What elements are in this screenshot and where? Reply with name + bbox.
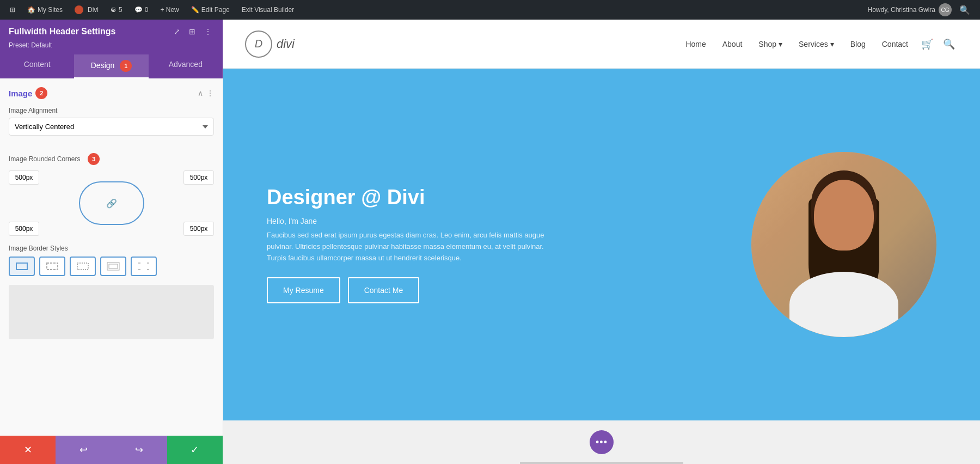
website-preview: D divi Home About Shop ▾ Services ▾ xyxy=(223,20,980,464)
cancel-button[interactable]: ✕ xyxy=(0,436,56,464)
border-styles-field: Image Border Styles xyxy=(9,245,214,276)
step-badge-3: 3 xyxy=(88,153,100,165)
rounded-corners-field: Image Rounded Corners 3 🔗 xyxy=(9,153,214,236)
panel-title: Fullwidth Header Settings xyxy=(9,27,115,36)
image-alignment-select[interactable]: Vertically Centered Top Bottom xyxy=(9,118,214,136)
floating-action-button[interactable]: ••• xyxy=(590,430,614,454)
save-button[interactable]: ✓ xyxy=(167,436,223,464)
tab-advanced-label: Advanced xyxy=(169,60,203,69)
karma-icon: ☯ xyxy=(111,6,117,14)
person-face xyxy=(814,180,874,251)
my-resume-button[interactable]: My Resume xyxy=(267,277,340,303)
corner-shape-preview: 🔗 xyxy=(79,181,144,225)
corner-br-input[interactable] xyxy=(183,222,214,236)
svg-rect-3 xyxy=(107,262,119,270)
cart-icon[interactable]: 🛒 xyxy=(918,35,936,53)
divi-label: Divi xyxy=(88,6,99,14)
sites-icon: 🏠 xyxy=(27,6,35,14)
layout-icon[interactable]: ⊞ xyxy=(187,26,198,37)
redo-icon: ↪ xyxy=(135,444,143,456)
border-style-solid[interactable] xyxy=(9,257,35,276)
search-icon[interactable]: 🔍 xyxy=(955,5,975,15)
section-more-icon[interactable]: ⋮ xyxy=(206,89,214,97)
person-shoulders xyxy=(789,272,898,337)
rounded-corners-label: Image Rounded Corners xyxy=(9,155,80,163)
wordpress-icon: ⊞ xyxy=(10,6,15,14)
image-section-header: Image 2 ∧ ⋮ xyxy=(9,87,214,99)
image-label: Image xyxy=(9,89,32,98)
border-styles-label: Image Border Styles xyxy=(9,245,214,252)
edit-page-label: Edit Page xyxy=(201,6,230,14)
edit-page-item[interactable]: ✏️ Edit Page xyxy=(187,0,234,20)
svg-rect-0 xyxy=(16,263,27,270)
hero-subtitle: Hello, I'm Jane xyxy=(267,217,550,225)
nav-services[interactable]: Services ▾ xyxy=(792,36,841,52)
step-badge-1: 1 xyxy=(120,60,132,72)
corner-tr-input[interactable] xyxy=(183,170,214,185)
rounded-corners-label-row: Image Rounded Corners 3 xyxy=(9,153,214,165)
nav-blog[interactable]: Blog xyxy=(844,36,872,52)
section-controls: ∧ ⋮ xyxy=(198,89,214,97)
border-style-dotted[interactable] xyxy=(70,257,96,276)
hero-portrait xyxy=(751,152,936,337)
dots-icon: ••• xyxy=(596,437,608,448)
hero-section: Designer @ Divi Hello, I'm Jane Faucibus… xyxy=(223,69,980,420)
hero-buttons: My Resume Contact Me xyxy=(267,277,550,303)
bubble-item[interactable]: 💬 0 xyxy=(130,0,153,20)
resize-icon[interactable]: ⤢ xyxy=(171,26,182,37)
divi-icon xyxy=(75,5,83,14)
comments-item[interactable]: ☯ 5 xyxy=(106,0,127,20)
new-item[interactable]: + New xyxy=(156,0,183,20)
my-sites-item[interactable]: 🏠 My Sites xyxy=(23,0,67,20)
exit-builder-item[interactable]: Exit Visual Builder xyxy=(237,0,299,20)
bubble-count: 0 xyxy=(145,6,149,14)
preview-box xyxy=(9,285,214,339)
logo-letter: D xyxy=(255,38,262,50)
dashed-border-icon xyxy=(46,261,59,272)
more-icon[interactable]: ⋮ xyxy=(202,26,214,37)
contact-me-button[interactable]: Contact Me xyxy=(348,277,420,303)
pencil-icon: ✏️ xyxy=(191,6,199,14)
nav-about[interactable]: About xyxy=(716,36,749,52)
corner-bl-input[interactable] xyxy=(9,222,39,236)
preset-label[interactable]: Preset: Default xyxy=(9,41,52,49)
resume-btn-label: My Resume xyxy=(283,286,324,295)
contact-btn-label: Contact Me xyxy=(364,286,403,295)
corner-tl-input[interactable] xyxy=(9,170,39,185)
new-label: + New xyxy=(160,6,179,14)
dotted-border-icon xyxy=(76,261,89,272)
no-border-icon xyxy=(137,261,150,272)
undo-button[interactable]: ↩ xyxy=(56,436,111,464)
hero-image-container xyxy=(751,152,936,337)
svg-rect-2 xyxy=(77,263,88,270)
nav-contact[interactable]: Contact xyxy=(875,36,915,52)
panel-body: Image 2 ∧ ⋮ Image Alignment Vertically C… xyxy=(0,78,223,436)
panel-title-icons: ⤢ ⊞ ⋮ xyxy=(171,26,214,37)
panel-title-row: Fullwidth Header Settings ⤢ ⊞ ⋮ xyxy=(9,26,214,37)
bottom-action-bar: ✕ ↩ ↪ ✓ xyxy=(0,436,223,464)
my-sites-label: My Sites xyxy=(38,6,63,14)
border-style-double[interactable] xyxy=(100,257,126,276)
tab-content[interactable]: Content xyxy=(0,54,74,78)
tab-advanced[interactable]: Advanced xyxy=(149,54,223,78)
nav-shop[interactable]: Shop ▾ xyxy=(752,36,789,52)
howdy-section: Howdy, Christina Gwira CG 🔍 xyxy=(868,3,975,16)
preset-row: Preset: Default xyxy=(9,41,214,49)
border-style-none[interactable] xyxy=(131,257,157,276)
hero-content: Designer @ Divi Hello, I'm Jane Faucibus… xyxy=(267,186,550,303)
solid-border-icon xyxy=(15,261,28,272)
search-nav-icon[interactable]: 🔍 xyxy=(940,35,958,53)
site-nav-links: Home About Shop ▾ Services ▾ Blog Contac xyxy=(679,35,958,53)
nav-home[interactable]: Home xyxy=(679,36,712,52)
undo-icon: ↩ xyxy=(79,444,88,456)
redo-button[interactable]: ↪ xyxy=(112,436,167,464)
collapse-icon[interactable]: ∧ xyxy=(198,89,203,97)
link-icon[interactable]: 🔗 xyxy=(106,198,117,209)
divi-item[interactable]: Divi xyxy=(70,0,103,20)
site-logo[interactable]: D divi xyxy=(245,30,295,58)
wp-logo-item[interactable]: ⊞ xyxy=(5,0,20,20)
step-badge-2: 2 xyxy=(35,87,47,99)
services-chevron-icon: ▾ xyxy=(830,40,834,48)
border-style-dashed[interactable] xyxy=(39,257,65,276)
tab-design[interactable]: Design 1 xyxy=(74,54,148,78)
